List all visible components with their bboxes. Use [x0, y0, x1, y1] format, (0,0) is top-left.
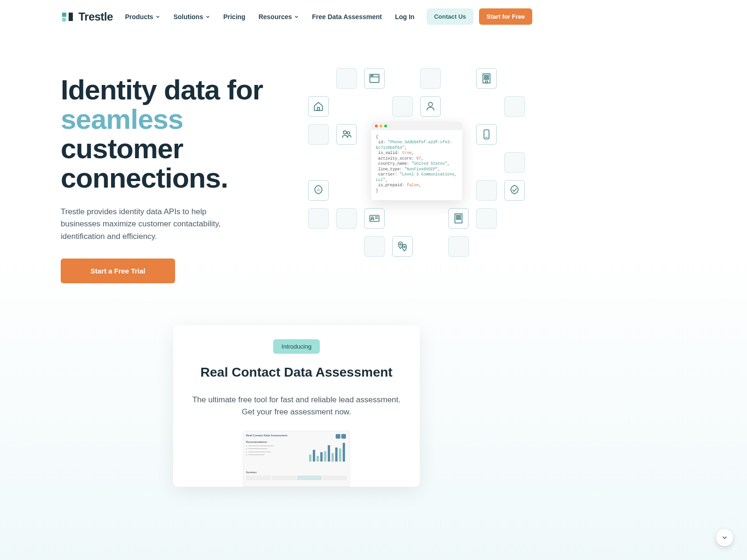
chevron-down-icon [205, 14, 210, 19]
chevron-down-icon [155, 14, 160, 19]
hero-content: Identity data for seamless customer conn… [61, 61, 285, 283]
contact-button[interactable]: Contact Us [427, 8, 474, 25]
top-nav: Trestle Products Solutions Pricing Resou… [0, 0, 593, 33]
start-free-button[interactable]: Start for Free [479, 8, 532, 25]
nav-solutions[interactable]: Solutions [173, 13, 210, 21]
user-icon [420, 96, 441, 117]
id-card-icon [364, 208, 385, 229]
grid-empty [504, 96, 525, 117]
start-trial-button[interactable]: Start a Free Trial [61, 259, 175, 283]
svg-rect-22 [455, 214, 462, 223]
grid-empty [364, 236, 385, 257]
nav-actions: Contact Us Start for Free [427, 8, 532, 25]
grid-empty [392, 96, 413, 117]
svg-rect-10 [486, 81, 487, 83]
logo[interactable]: Trestle [61, 10, 113, 23]
svg-point-0 [62, 17, 66, 21]
svg-rect-23 [457, 216, 458, 217]
nav-login[interactable]: Log In [395, 13, 415, 21]
grid-empty [448, 236, 469, 257]
grid-empty [336, 68, 357, 89]
svg-rect-24 [459, 216, 460, 217]
building-icon [476, 68, 497, 89]
svg-point-12 [429, 102, 433, 106]
location-icon [392, 236, 413, 257]
home-icon [308, 96, 329, 117]
users-icon [336, 124, 357, 145]
code-body: { id: "Phone.3ddbb6fef-a2df-cfe3-bc7128b… [371, 130, 462, 200]
svg-rect-8 [485, 78, 486, 79]
window-icon [364, 68, 385, 89]
hero: Identity data for seamless customer conn… [0, 33, 593, 283]
svg-rect-11 [317, 107, 319, 111]
svg-point-13 [344, 131, 347, 134]
svg-rect-6 [485, 76, 486, 77]
nav-links: Products Solutions Pricing Resources Fre… [125, 13, 415, 21]
nav-pricing[interactable]: Pricing [223, 13, 245, 21]
grid-empty [476, 208, 497, 229]
logo-text: Trestle [78, 10, 113, 23]
nav-products[interactable]: Products [125, 13, 161, 21]
svg-point-3 [371, 75, 372, 76]
nav-resources[interactable]: Resources [259, 13, 299, 21]
intro-badge: Introducing [273, 339, 320, 354]
nav-free-assessment[interactable]: Free Data Assessment [312, 13, 382, 21]
grid-empty [308, 124, 329, 145]
logo-icon [61, 11, 75, 22]
grid-empty [504, 152, 525, 173]
svg-text:A: A [317, 188, 320, 192]
window-titlebar [371, 122, 462, 130]
hero-title: Identity data for seamless customer conn… [61, 75, 285, 193]
intro-card: Introducing Real Contact Data Assessment… [173, 325, 420, 487]
preview-chart [309, 443, 345, 462]
close-dot-icon [375, 125, 378, 127]
office-icon [448, 208, 469, 229]
code-window: { id: "Phone.3ddbb6fef-a2df-cfe3-bc7128b… [371, 122, 462, 200]
svg-rect-7 [487, 76, 488, 77]
maximize-dot-icon [384, 125, 387, 127]
svg-rect-26 [459, 218, 460, 219]
grid-empty [308, 208, 329, 229]
grid-empty [336, 208, 357, 229]
report-preview: Real Contact Data Assessment Recommendat… [243, 431, 350, 487]
card-title: Real Contact Data Assessment [192, 365, 401, 380]
svg-point-27 [400, 244, 401, 245]
svg-point-14 [347, 132, 350, 134]
svg-rect-25 [457, 218, 458, 219]
svg-point-4 [372, 75, 373, 76]
svg-point-28 [404, 246, 405, 247]
svg-rect-5 [483, 74, 490, 83]
hero-subtitle: Trestle provides identity data APIs to h… [61, 206, 229, 243]
minimize-dot-icon [380, 125, 382, 127]
badge-a-icon: A [308, 180, 329, 201]
hero-graphic: A { id: "Phone.3ddbb6fef-a2df-cfe3-bc712… [303, 61, 532, 266]
phone-icon [476, 124, 497, 145]
card-subtitle: The ultimate free tool for fast and reli… [192, 394, 401, 418]
chevron-down-icon [294, 14, 299, 19]
grid-empty [476, 180, 497, 201]
check-badge-icon [504, 180, 525, 201]
svg-rect-9 [487, 78, 488, 79]
grid-empty [420, 68, 441, 89]
